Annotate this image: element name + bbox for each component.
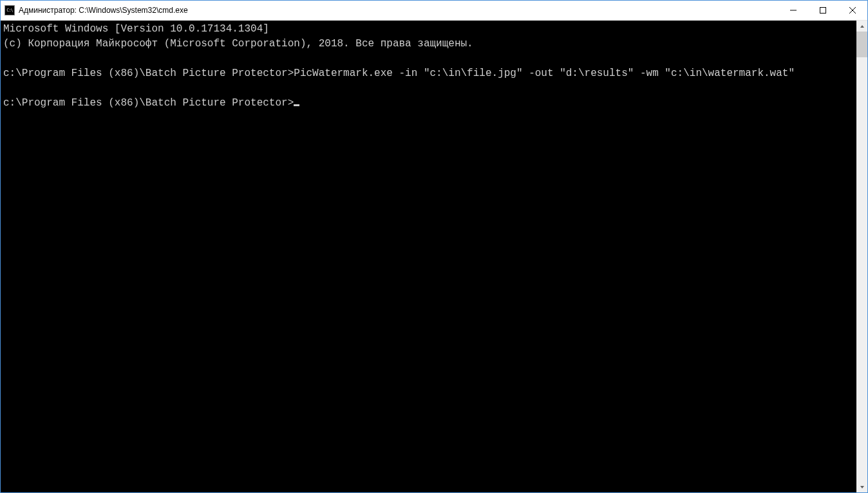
minimize-button[interactable] <box>778 1 808 20</box>
copyright-line: (c) Корпорация Майкрософт (Microsoft Cor… <box>3 38 473 50</box>
vertical-scrollbar[interactable] <box>856 21 867 492</box>
scroll-up-button[interactable] <box>856 21 867 32</box>
maximize-icon <box>820 7 826 14</box>
cmd-icon: C:\ <box>5 5 15 15</box>
minimize-icon <box>790 7 797 14</box>
svg-marker-5 <box>860 486 864 488</box>
scrollbar-thumb[interactable] <box>856 32 867 57</box>
window-title: Администратор: C:\Windows\System32\cmd.e… <box>19 6 778 15</box>
close-icon <box>849 7 856 14</box>
svg-marker-4 <box>860 25 864 28</box>
version-line: Microsoft Windows [Version 10.0.17134.13… <box>3 23 269 35</box>
command-line: c:\Program Files (x86)\Batch Picture Pro… <box>3 68 795 79</box>
svg-rect-1 <box>820 8 826 14</box>
cmd-window: C:\ Администратор: C:\Windows\System32\c… <box>0 0 868 493</box>
chevron-down-icon <box>860 485 865 490</box>
maximize-button[interactable] <box>808 1 838 20</box>
terminal-output[interactable]: Microsoft Windows [Version 10.0.17134.13… <box>1 21 856 492</box>
client-area: Microsoft Windows [Version 10.0.17134.13… <box>1 21 867 492</box>
titlebar[interactable]: C:\ Администратор: C:\Windows\System32\c… <box>1 1 867 21</box>
scrollbar-track[interactable] <box>856 32 867 481</box>
window-controls <box>778 1 867 20</box>
scroll-down-button[interactable] <box>856 481 867 492</box>
close-button[interactable] <box>838 1 867 20</box>
chevron-up-icon <box>860 24 865 29</box>
cursor <box>294 104 299 106</box>
prompt-line: c:\Program Files (x86)\Batch Picture Pro… <box>3 97 294 109</box>
